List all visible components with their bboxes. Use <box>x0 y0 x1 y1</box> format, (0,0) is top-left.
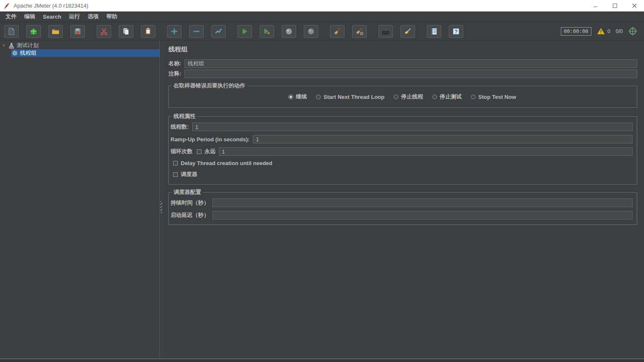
reset-search-brush-icon <box>403 27 412 36</box>
function-helper-button[interactable] <box>427 25 441 38</box>
name-row: 名称: <box>168 59 637 68</box>
toolbar-status-cluster: 00:00:00 0 0/0 <box>561 27 644 36</box>
menu-search[interactable]: Search <box>39 13 65 21</box>
delay-thread-creation-row[interactable]: Delay Thread creation until needed <box>173 160 635 166</box>
status-bar <box>0 359 644 362</box>
forever-checkbox[interactable] <box>197 149 202 154</box>
warning-count: 0 <box>608 28 610 34</box>
log-warning-indicator[interactable]: 0 <box>597 28 610 35</box>
tree-node-label: 测试计划 <box>17 42 39 49</box>
toolbar: ? 00:00:00 0 0/0 <box>0 22 644 41</box>
toolbar-group-edit <box>167 25 226 38</box>
save-button[interactable] <box>70 25 85 38</box>
function-helper-icon <box>430 27 438 36</box>
error-action-groupbox: 在取样器错误后要执行的动作 继续 Start Next Thread Loop … <box>168 86 637 108</box>
menu-run[interactable]: 运行 <box>65 12 84 21</box>
minus-icon <box>192 27 201 36</box>
tree-expand-arrow-icon[interactable] <box>2 45 6 47</box>
radio-stop-test-now[interactable]: Stop Test Now <box>471 94 516 100</box>
test-inactive-target-icon <box>628 27 637 36</box>
paste-clipboard-icon <box>144 27 152 36</box>
threads-label: 线程数: <box>171 123 189 131</box>
clear-button[interactable] <box>330 25 344 38</box>
radio-start-next-thread-loop[interactable]: Start Next Thread Loop <box>316 94 384 100</box>
radio-stop-thread[interactable]: 停止线程 <box>394 93 423 101</box>
delay-thread-creation-label: Delay Thread creation until needed <box>181 160 272 166</box>
clear-all-button[interactable] <box>352 25 367 38</box>
tree-node-label: 线程组 <box>20 49 36 57</box>
templates-icon <box>29 27 38 36</box>
radio-icon <box>394 95 398 99</box>
duration-input[interactable] <box>213 199 633 207</box>
cut-button[interactable] <box>97 25 111 38</box>
rampup-row: Ramp-Up Period (in seconds): <box>171 135 633 143</box>
start-play-icon <box>241 27 249 36</box>
forever-label: 永远 <box>204 148 216 155</box>
active-threads-count: 0/0 <box>616 28 623 34</box>
menu-options[interactable]: 选项 <box>84 12 102 21</box>
tree-node-test-plan[interactable]: 测试计划 <box>0 42 160 49</box>
thread-properties-title: 线程属性 <box>172 113 197 120</box>
tree-main-splitter[interactable] <box>160 41 162 359</box>
maximize-button[interactable] <box>605 0 624 11</box>
clear-all-broom-icon <box>355 27 364 36</box>
name-label: 名称: <box>168 60 181 67</box>
loop-count-label: 循环次数 <box>171 148 193 155</box>
threads-input[interactable] <box>192 123 633 131</box>
cut-scissors-icon <box>100 27 108 36</box>
toggle-zigzag-icon <box>214 27 223 36</box>
menu-edit[interactable]: 编辑 <box>20 12 39 21</box>
scheduler-config-title: 调度器配置 <box>172 189 203 196</box>
radio-stop-test[interactable]: 停止测试 <box>432 93 462 101</box>
rampup-input[interactable] <box>253 135 633 143</box>
comment-input[interactable] <box>185 70 637 78</box>
comment-label: 注释: <box>168 70 181 78</box>
scheduler-checkbox[interactable] <box>173 172 178 177</box>
start-button[interactable] <box>238 25 252 38</box>
window-controls <box>585 0 644 11</box>
paste-button[interactable] <box>141 25 155 38</box>
expand-all-button[interactable] <box>167 25 182 38</box>
scheduler-row[interactable]: 调度器 <box>173 171 635 178</box>
collapse-all-button[interactable] <box>189 25 204 38</box>
plus-icon <box>170 27 179 36</box>
shutdown-button[interactable] <box>304 25 318 38</box>
minimize-button[interactable] <box>585 0 605 11</box>
stop-icon <box>285 27 293 36</box>
copy-button[interactable] <box>119 25 133 38</box>
error-action-radio-group: 继续 Start Next Thread Loop 停止线程 停止测试 Stop… <box>170 91 635 104</box>
duration-label: 持续时间（秒） <box>171 199 209 207</box>
toolbar-group-clipboard <box>97 25 155 38</box>
comment-row: 注释: <box>168 70 637 78</box>
loop-count-row: 循环次数 永远 <box>171 147 633 156</box>
elapsed-timer: 00:00:00 <box>561 27 591 36</box>
thread-group-panel: 线程组 名称: 注释: 在取样器错误后要执行的动作 继续 Start Next … <box>162 41 644 359</box>
name-input[interactable] <box>185 59 637 68</box>
radio-continue[interactable]: 继续 <box>288 93 307 101</box>
open-button[interactable] <box>48 25 63 38</box>
help-button[interactable]: ? <box>449 25 463 38</box>
new-button[interactable] <box>4 25 19 38</box>
scheduler-config-groupbox: 调度器配置 持续时间（秒） 启动延迟（秒） <box>168 192 637 225</box>
start-no-pauses-button[interactable] <box>260 25 274 38</box>
open-folder-icon <box>51 27 60 36</box>
toggle-button[interactable] <box>211 25 226 38</box>
page-title: 线程组 <box>168 45 637 53</box>
search-button[interactable] <box>378 25 393 38</box>
delay-thread-creation-checkbox[interactable] <box>173 161 178 166</box>
menu-file[interactable]: 文件 <box>2 12 20 21</box>
menu-help[interactable]: 帮助 <box>102 12 121 21</box>
tree-node-thread-group[interactable]: 线程组 <box>11 49 160 57</box>
radio-icon <box>316 95 321 99</box>
close-button[interactable] <box>624 0 644 11</box>
templates-button[interactable] <box>26 25 41 38</box>
title-bar: Apache JMeter (4.0 r1823414) <box>0 0 644 11</box>
copy-icon <box>122 27 130 36</box>
reset-search-button[interactable] <box>400 25 415 38</box>
error-action-title: 在取样器错误后要执行的动作 <box>172 82 247 89</box>
window-title: Apache JMeter (4.0 r1823414) <box>14 3 88 9</box>
loop-count-input[interactable] <box>219 147 633 156</box>
stop-button[interactable] <box>282 25 296 38</box>
startup-delay-input[interactable] <box>213 211 633 219</box>
splitter-grip-icon[interactable] <box>160 201 162 213</box>
